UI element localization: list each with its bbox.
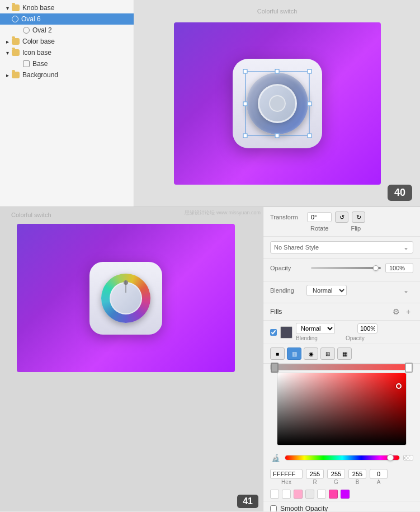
page-number-top: 40 — [388, 185, 412, 201]
layer-item-icon-base[interactable]: Icon base — [0, 47, 134, 58]
swatch-pink[interactable] — [294, 490, 303, 499]
b-input[interactable] — [348, 469, 366, 479]
shared-style-wrapper: No Shared Style — [270, 241, 413, 253]
opacity-label: Opacity — [270, 265, 306, 271]
rotate-ccw-btn[interactable]: ↺ — [335, 212, 348, 223]
rotate-flip-row: Rotate Flip — [307, 225, 413, 232]
hue-thumb — [387, 454, 394, 461]
opacity-row: Opacity — [270, 263, 413, 273]
color-type-solid-btn[interactable]: ■ — [270, 347, 285, 360]
knob-wrapper-bottom — [101, 274, 150, 323]
opacity-slider[interactable] — [311, 267, 381, 269]
blending-select[interactable]: Normal Multiply Screen Overlay — [306, 285, 347, 296]
fill-blend-select[interactable]: Normal — [296, 323, 335, 334]
handle-br — [307, 134, 312, 138]
layer-item-background[interactable]: Background — [0, 69, 134, 81]
rotate-label: Rotate — [310, 225, 328, 232]
transform-row: Transform ↺ ↻ — [270, 212, 413, 223]
chevron-base — [16, 61, 21, 67]
handle-bl — [243, 134, 247, 138]
fill-opacity-input[interactable] — [357, 323, 377, 333]
chevron-knob-base — [4, 5, 10, 11]
g-input-group: G — [327, 469, 345, 485]
layer-item-base[interactable]: Base — [0, 58, 134, 69]
shared-style-section: No Shared Style — [263, 237, 420, 259]
eyedropper-btn[interactable]: 🔬 — [270, 452, 281, 463]
layer-label-oval2: Oval 2 — [32, 26, 52, 34]
layer-label-base: Base — [32, 60, 48, 68]
canvas-top: Colorful switch — [134, 0, 420, 206]
canvas-bottom: 思缘设计论坛 www.missyuan.com Colorful switch … — [0, 207, 263, 511]
artboard-label-bottom: Colorful switch — [11, 212, 51, 218]
layer-item-oval2[interactable]: Oval 2 — [0, 25, 134, 36]
color-type-linear-btn[interactable]: ▥ — [287, 347, 301, 360]
shared-style-select[interactable]: No Shared Style — [270, 241, 413, 253]
handle-bm — [275, 134, 280, 138]
chevron-icon-base — [4, 50, 10, 55]
layer-item-knob-base[interactable]: Knob base — [0, 2, 134, 13]
hue-track[interactable] — [285, 455, 400, 461]
hex-input-group: Hex — [270, 469, 303, 485]
transform-angle-input[interactable] — [307, 212, 332, 222]
gradient-stops-bar[interactable] — [270, 364, 413, 370]
opacity-section: Opacity — [263, 259, 420, 281]
folder-icon-knob-base — [12, 4, 20, 11]
swatch-empty-3[interactable] — [317, 490, 326, 499]
smooth-opacity-label: Smooth Opacity — [280, 505, 328, 511]
hex-input[interactable] — [270, 469, 303, 479]
icon-card-bottom — [89, 262, 162, 335]
chevron-oval2 — [16, 27, 21, 33]
r-input[interactable] — [306, 469, 324, 479]
chevron-oval6 — [4, 16, 10, 22]
flip-label: Flip — [351, 225, 361, 232]
folder-icon-background — [12, 72, 20, 78]
fill-enabled-checkbox[interactable] — [270, 329, 277, 336]
blending-select-wrapper: Normal Multiply Screen Overlay — [306, 285, 413, 296]
fills-title: Fills — [270, 308, 282, 316]
swatch-empty-2[interactable] — [282, 490, 291, 499]
color-picker-area[interactable] — [277, 373, 407, 445]
gradient-stop-right[interactable] — [405, 363, 413, 373]
swatch-gray[interactable] — [305, 490, 314, 499]
layer-label-color-base: Color base — [22, 37, 55, 45]
fill-color-preview[interactable] — [280, 326, 292, 339]
knob-outer-bottom — [101, 274, 150, 323]
color-type-noise-btn[interactable]: ▦ — [337, 347, 352, 360]
layer-label-knob-base: Knob base — [22, 4, 54, 12]
fills-add-btn[interactable]: + — [403, 307, 413, 317]
g-input[interactable] — [327, 469, 345, 479]
handle-ml — [243, 101, 247, 106]
smooth-opacity-checkbox[interactable] — [270, 505, 277, 511]
color-inputs-row: Hex R G B A — [263, 467, 420, 487]
layer-label-background: Background — [22, 71, 58, 79]
fills-settings-btn[interactable]: ⚙ — [391, 307, 401, 317]
fill-blending-label: Blending — [296, 335, 318, 341]
circle-icon-oval6 — [12, 16, 18, 22]
swatch-empty-1[interactable] — [270, 490, 279, 499]
bottom-panel: 思缘设计论坛 www.missyuan.com Colorful switch … — [0, 207, 420, 511]
rotate-cw-btn[interactable]: ↻ — [352, 212, 365, 223]
alpha-track[interactable] — [403, 455, 413, 461]
a-input[interactable] — [370, 469, 388, 479]
folder-icon-color-base — [12, 38, 20, 45]
gradient-stop-left[interactable] — [271, 363, 279, 373]
r-input-group: R — [306, 469, 324, 485]
artboard-label-top: Colorful switch — [257, 8, 298, 15]
layer-panel: Knob base Oval 6 Oval 2 Color base Icon … — [0, 0, 134, 206]
layer-item-oval6[interactable]: Oval 6 — [0, 13, 134, 25]
r-label: R — [313, 479, 317, 485]
fills-header: Fills ⚙ + — [263, 303, 420, 321]
swatch-hotpink[interactable] — [329, 490, 338, 499]
chevron-background — [4, 72, 10, 78]
color-type-radial-btn[interactable]: ◉ — [304, 347, 318, 360]
opacity-input[interactable] — [385, 263, 413, 273]
color-type-pattern-btn[interactable]: ⊞ — [320, 347, 335, 360]
swatch-purple[interactable] — [341, 490, 350, 499]
color-type-btns: ■ ▥ ◉ ⊞ ▦ — [263, 344, 420, 364]
b-input-group: B — [348, 469, 366, 485]
b-label: B — [356, 479, 360, 485]
right-panel: Transform ↺ ↻ Rotate Flip No Shared Styl… — [263, 207, 420, 511]
a-input-group: A — [370, 469, 388, 485]
fill-details: Normal Blending Opacity — [296, 323, 413, 341]
layer-item-color-base[interactable]: Color base — [0, 36, 134, 47]
